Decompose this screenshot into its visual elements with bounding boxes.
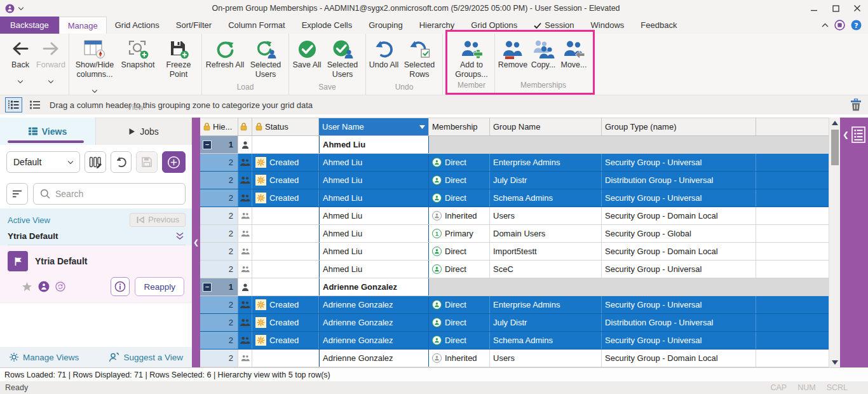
inherited-membership-icon [432, 211, 442, 221]
selected-users-button[interactable]: Selected Users [245, 36, 286, 79]
flat-list-view-button[interactable] [26, 97, 43, 112]
info-icon [114, 281, 126, 292]
user-name-cell: Adrienne Gonzalez [319, 314, 429, 331]
grid-row[interactable]: 2CreatedAdrienne GonzalezDirectEnterpris… [200, 296, 829, 314]
back-button[interactable]: Back [5, 36, 36, 93]
lock-icon [203, 123, 210, 131]
suggest-view-link[interactable]: Suggest a View [109, 352, 183, 362]
row-type-cell [238, 332, 252, 349]
view-search-box [33, 183, 186, 205]
collapse-group-icon[interactable]: – [203, 283, 212, 292]
active-tab-underline [8, 140, 84, 143]
scroll-up-icon[interactable] [829, 118, 840, 128]
membership-cell: Inherited [429, 350, 490, 367]
show-hide-columns-button[interactable]: Show/Hide columns... [72, 36, 118, 103]
close-button[interactable] [846, 0, 868, 17]
column-header-locked[interactable] [238, 118, 252, 135]
edit-columns-button[interactable] [85, 151, 105, 173]
filter-views-button[interactable] [6, 183, 28, 205]
collapse-group-icon[interactable]: – [203, 140, 212, 149]
main-area: Views Jobs Default [0, 114, 868, 367]
column-header-group-name[interactable]: Group Name [490, 118, 602, 135]
forward-button[interactable]: Forward [36, 36, 66, 93]
hierarchy-cell[interactable]: –1 [200, 136, 238, 153]
grid-vertical-scrollbar[interactable] [829, 118, 840, 367]
tab-column-format[interactable]: Column Format [220, 17, 294, 34]
reapply-button[interactable]: Reapply [135, 277, 184, 296]
save-all-button[interactable]: Save All [292, 36, 322, 70]
lock-icon [240, 123, 247, 131]
grid-row[interactable]: 2Adrienne GonzalezInheritedUsersSecurity… [200, 350, 829, 367]
tab-manage[interactable]: Manage [59, 17, 107, 34]
hierarchy-list-view-button[interactable] [5, 97, 22, 112]
view-info-button[interactable] [111, 277, 130, 296]
copy-button[interactable]: Copy... [528, 36, 559, 70]
direct-membership-icon [432, 247, 442, 256]
grid-row[interactable]: 2CreatedAhmed LiuDirectJuly DistrDistrib… [200, 172, 829, 189]
move-button[interactable]: Move... [559, 36, 589, 70]
grid-row[interactable]: 2CreatedAhmed LiuDirectSchema AdminsSecu… [200, 189, 829, 207]
hierarchy-cell[interactable]: –1 [200, 278, 238, 296]
favorite-star-icon[interactable] [22, 282, 32, 292]
grid-row[interactable]: 2CreatedAdrienne GonzalezDirectJuly Dist… [200, 314, 829, 332]
snapshot-button[interactable]: Snapshot [118, 36, 158, 70]
column-header-status[interactable]: Status [252, 118, 319, 135]
trash-icon[interactable] [850, 98, 862, 111]
sidebar-collapse-splitter[interactable]: ❮ [192, 118, 200, 367]
scrollbar-thumb[interactable] [831, 130, 839, 165]
tab-jobs[interactable]: Jobs [95, 118, 192, 145]
reset-view-button[interactable] [111, 151, 132, 173]
row-summary: Rows Loaded: 71 | Rows Displayed: 71 | R… [4, 370, 330, 379]
column-header-hie[interactable]: Hie... [200, 118, 238, 135]
hierarchy-cell: 2 [200, 243, 238, 260]
grid-group-row[interactable]: –1Adrienne Gonzalez [200, 278, 829, 296]
minimize-button[interactable] [803, 0, 825, 17]
add-to-groups-button[interactable]: Add to Groups... [451, 36, 492, 79]
grid-row[interactable]: 2Ahmed LiuDirectImport5testtSecurity Gro… [200, 243, 829, 261]
undo-all-button[interactable]: Undo All [369, 36, 399, 70]
column-header-membership[interactable]: Membership [429, 118, 490, 135]
tab-views[interactable]: Views [0, 118, 95, 145]
maximize-button[interactable] [825, 0, 846, 17]
grid-row[interactable]: 2CreatedAhmed LiuDirectEnterprise Admins… [200, 154, 829, 172]
freeze-point-button[interactable]: Freeze Point [158, 36, 199, 79]
app-logo-icon [5, 4, 15, 13]
refresh-all-button[interactable]: Refresh All [205, 36, 245, 70]
grid-row[interactable]: 2CreatedAdrienne GonzalezDirectSchema Ad… [200, 332, 829, 350]
save-view-button[interactable] [136, 151, 157, 173]
tab-grid-actions[interactable]: Grid Actions [107, 17, 168, 34]
quick-access-caret-icon[interactable] [18, 7, 24, 10]
help-icon[interactable]: ? [851, 20, 862, 31]
column-header-group-type-name[interactable]: Group Type (name) [602, 118, 756, 135]
tab-explode-cells[interactable]: Explode Cells [294, 17, 361, 34]
collapse-ribbon-icon[interactable] [822, 23, 829, 27]
data-grid: Hie...StatusUser NameMembershipGroup Nam… [200, 118, 829, 367]
scroll-down-icon[interactable] [829, 357, 840, 367]
selected-users-button[interactable]: Selected Users [322, 36, 363, 79]
column-header-user-name[interactable]: User Name [319, 118, 429, 135]
expand-double-chevron-icon[interactable] [175, 232, 184, 240]
remove-button[interactable]: Remove [498, 36, 528, 70]
view-selector-dropdown[interactable]: Default [6, 151, 80, 173]
tab-sort-filter[interactable]: Sort/Filter [168, 17, 220, 34]
hierarchy-cell: 2 [200, 172, 238, 189]
add-view-button[interactable] [162, 151, 186, 173]
grid-group-row[interactable]: –1Ahmed Liu [200, 136, 829, 154]
assistant-badge-icon[interactable] [834, 20, 845, 31]
column-header-locked[interactable] [756, 118, 829, 135]
tab-grouping[interactable]: Grouping [360, 17, 410, 34]
search-input[interactable] [55, 189, 179, 199]
grid-row[interactable]: 2Ahmed Liu1PrimaryDomain UsersSecurity G… [200, 225, 829, 243]
manage-views-link[interactable]: Manage Views [9, 352, 79, 362]
right-side-panel[interactable]: ❮ [840, 118, 868, 367]
hierarchy-cell: 2 [200, 350, 238, 367]
previous-view-button[interactable]: Previous [130, 213, 186, 227]
selected-rows-button[interactable]: Selected Rows [399, 36, 440, 79]
maximize-icon [832, 5, 839, 12]
grid-row[interactable]: 2Ahmed LiuInheritedUsersSecurity Group -… [200, 207, 829, 225]
grid-row[interactable]: 2Ahmed LiuDirectSceCSecurity Group - Uni… [200, 261, 829, 278]
snapshot-icon [128, 37, 149, 60]
direct-membership-icon [432, 193, 442, 203]
tab-backstage[interactable]: Backstage [0, 17, 59, 34]
tab-feedback[interactable]: Feedback [632, 17, 685, 34]
